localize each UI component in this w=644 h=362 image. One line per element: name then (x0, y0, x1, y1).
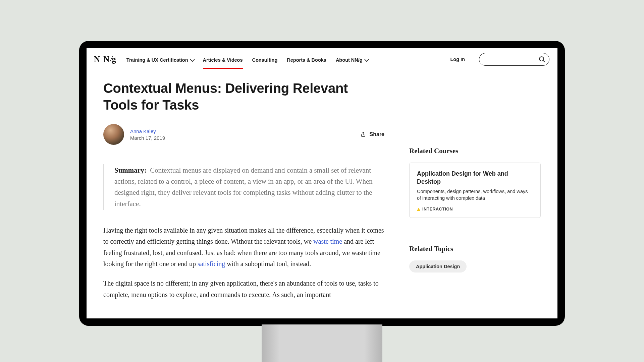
svg-line-1 (543, 61, 545, 62)
nav-label: About NN/g (336, 57, 363, 63)
course-card[interactable]: Application Design for Web and Desktop C… (409, 163, 541, 218)
chevron-down-icon (190, 57, 195, 62)
logo[interactable]: N N/g (94, 55, 118, 64)
article-main: Contextual Menus: Delivering Relevant To… (103, 80, 386, 308)
body-paragraph: Having the right tools available in any … (103, 225, 386, 270)
article-summary: Summary: Contextual menus are displayed … (103, 164, 386, 210)
share-icon (360, 131, 366, 137)
share-label: Share (370, 131, 384, 137)
primary-nav: Training & UX Certification Articles & V… (126, 50, 368, 69)
course-tag-label: INTERACTION (422, 207, 453, 212)
triangle-icon (417, 208, 420, 211)
site-header: N N/g Training & UX Certification Articl… (87, 48, 557, 70)
article-title: Contextual Menus: Delivering Relevant To… (103, 80, 386, 113)
search-input[interactable] (479, 53, 549, 66)
author-avatar[interactable] (103, 124, 124, 145)
related-topics-heading: Related Topics (409, 245, 541, 253)
nav-training[interactable]: Training & UX Certification (126, 50, 194, 69)
article-body: Having the right tools available in any … (103, 225, 386, 301)
article-date: March 17, 2019 (130, 135, 165, 141)
nav-label: Consulting (252, 57, 278, 63)
nav-label: Articles & Videos (203, 57, 243, 63)
nav-consulting[interactable]: Consulting (252, 50, 278, 69)
course-description: Components, design patterns, workflows, … (417, 188, 533, 202)
link-satisficing[interactable]: satisficing (198, 260, 225, 267)
content-area: Contextual Menus: Delivering Relevant To… (87, 70, 557, 308)
topic-pill[interactable]: Application Design (409, 260, 467, 273)
svg-point-0 (539, 57, 544, 61)
nav-articles[interactable]: Articles & Videos (203, 50, 243, 69)
login-link[interactable]: Log In (450, 57, 465, 62)
summary-label: Summary: (114, 166, 147, 174)
course-title: Application Design for Web and Desktop (417, 170, 533, 186)
nav-reports[interactable]: Reports & Books (287, 50, 326, 69)
related-courses-heading: Related Courses (409, 147, 541, 155)
author-link[interactable]: Anna Kaley (130, 128, 165, 134)
share-button[interactable]: Share (360, 131, 384, 137)
monitor-bezel: N N/g Training & UX Certification Articl… (79, 41, 565, 326)
link-waste-time[interactable]: waste time (313, 238, 342, 245)
nav-about[interactable]: About NN/g (336, 50, 368, 69)
screen: N N/g Training & UX Certification Articl… (87, 48, 557, 318)
nav-label: Training & UX Certification (126, 57, 188, 63)
sidebar: Related Courses Application Design for W… (409, 80, 541, 308)
monitor-stand (262, 324, 382, 362)
summary-text: Contextual menus are displayed on demand… (114, 166, 373, 208)
search-icon (538, 56, 546, 63)
author-block: Anna Kaley March 17, 2019 (130, 128, 165, 141)
body-paragraph: The digital space is no different; in an… (103, 278, 386, 300)
chevron-down-icon (364, 57, 369, 62)
nav-label: Reports & Books (287, 57, 326, 63)
article-meta: Anna Kaley March 17, 2019 Share (103, 124, 386, 145)
course-tag: INTERACTION (417, 207, 533, 212)
